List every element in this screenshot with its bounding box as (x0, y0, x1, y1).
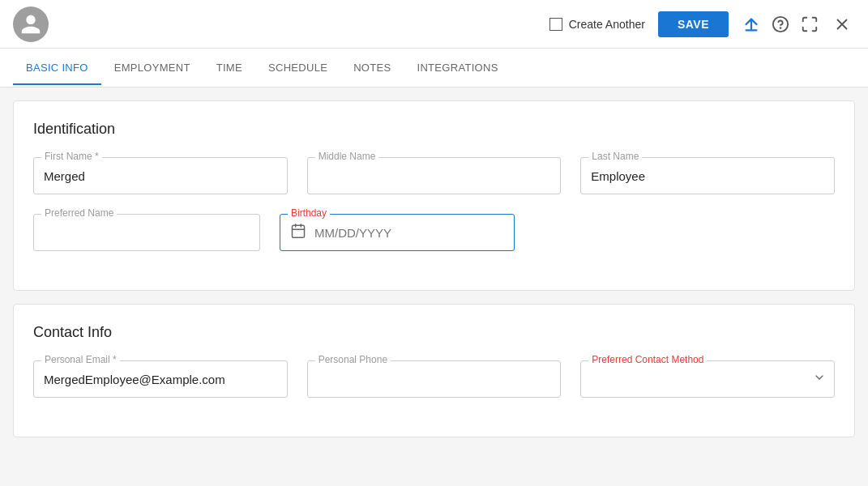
birthday-label: Birthday (288, 207, 330, 219)
create-another-label: Create Another (569, 18, 645, 31)
expand-icon[interactable] (797, 11, 823, 37)
birthday-input[interactable] (314, 226, 504, 240)
preferred-contact-label: Preferred Contact Method (588, 354, 707, 365)
main-content: Identification First Name * Middle Name … (0, 87, 868, 486)
save-button[interactable]: SAVE (658, 11, 729, 37)
create-another-wrapper: Create Another (549, 18, 645, 31)
contact-row: Personal Email * Personal Phone Preferre… (33, 360, 835, 398)
preferred-name-label: Preferred Name (41, 207, 117, 219)
tab-schedule[interactable]: SCHEDULE (255, 52, 340, 85)
header: Create Another SAVE (0, 0, 868, 49)
last-name-field: Last Name (580, 157, 835, 194)
svg-point-1 (780, 28, 781, 28)
first-name-field: First Name * (33, 157, 288, 194)
tab-integrations[interactable]: INTEGRATIONS (404, 52, 511, 85)
birthday-field: Birthday (280, 214, 515, 251)
last-name-label: Last Name (588, 151, 642, 162)
svg-rect-2 (293, 225, 305, 237)
preferred-birthday-row: Preferred Name Birthday (33, 214, 835, 251)
preferred-contact-field: Preferred Contact Method Email Phone Tex… (580, 360, 835, 398)
modal-container: Create Another SAVE (0, 0, 868, 486)
preferred-contact-select[interactable]: Email Phone Text (581, 361, 834, 397)
close-button[interactable] (829, 11, 855, 37)
preferred-contact-select-wrapper: Email Phone Text (580, 360, 835, 398)
name-row: First Name * Middle Name Last Name (33, 157, 835, 194)
calendar-icon (290, 223, 306, 242)
middle-name-field: Middle Name (307, 157, 562, 194)
personal-email-field: Personal Email * (33, 360, 288, 398)
preferred-name-input[interactable] (33, 214, 260, 251)
personal-phone-field: Personal Phone (307, 360, 562, 398)
personal-phone-input[interactable] (307, 360, 562, 398)
birthday-spacer (534, 214, 835, 251)
middle-name-input[interactable] (307, 157, 562, 194)
personal-email-label: Personal Email * (41, 354, 120, 365)
contact-info-title: Contact Info (33, 324, 835, 341)
middle-name-label: Middle Name (315, 151, 379, 162)
tab-employment[interactable]: EMPLOYMENT (101, 52, 203, 85)
user-avatar-icon (19, 13, 42, 36)
tab-notes[interactable]: NOTES (340, 52, 404, 85)
tab-basic-info[interactable]: BASIC INFO (13, 52, 101, 85)
upload-icon[interactable] (738, 11, 764, 37)
avatar (13, 6, 49, 42)
preferred-name-field: Preferred Name (33, 214, 260, 251)
birthday-input-wrapper (280, 214, 515, 251)
help-icon[interactable] (768, 11, 793, 37)
first-name-input[interactable] (33, 157, 288, 194)
first-name-label: First Name * (41, 151, 102, 162)
contact-info-section: Contact Info Personal Email * Personal P… (13, 304, 855, 437)
last-name-input[interactable] (580, 157, 835, 194)
create-another-checkbox[interactable] (549, 18, 562, 31)
tabs-bar: BASIC INFO EMPLOYMENT TIME SCHEDULE NOTE… (0, 49, 868, 87)
personal-phone-label: Personal Phone (315, 354, 391, 365)
tab-time[interactable]: TIME (203, 52, 255, 85)
identification-section: Identification First Name * Middle Name … (13, 100, 855, 291)
identification-title: Identification (33, 121, 835, 138)
personal-email-input[interactable] (33, 360, 288, 398)
